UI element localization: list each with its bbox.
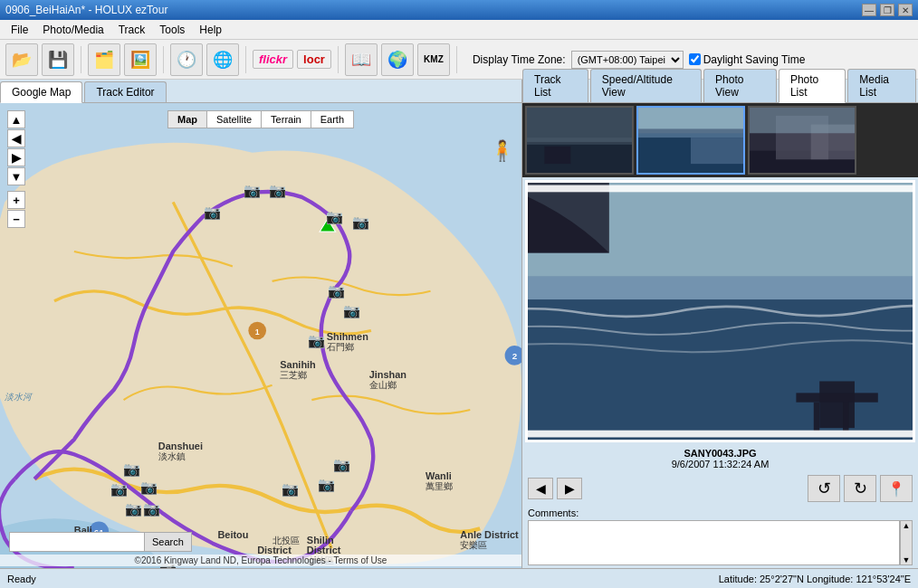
flickr-btn[interactable]: flickr (253, 50, 293, 69)
menu-help[interactable]: Help (192, 22, 229, 38)
timezone-select[interactable]: (GMT+08:00) Taipei (571, 51, 684, 69)
main-photo-inner (528, 183, 913, 440)
book-btn[interactable]: 📖 (345, 43, 378, 76)
statusbar: Ready Latitude: 25°2'27"N Longitude: 121… (0, 568, 918, 588)
photo-thumb-2[interactable] (636, 106, 745, 175)
photo-thumb-1[interactable] (525, 106, 634, 175)
menu-track[interactable]: Track (111, 22, 153, 38)
comments-input[interactable] (528, 520, 900, 565)
save-btn[interactable]: 💾 (42, 43, 74, 76)
svg-text:📷: 📷 (143, 500, 161, 517)
pin-btn[interactable]: 📍 (880, 475, 913, 502)
map-type-earth[interactable]: Earth (311, 110, 354, 128)
svg-text:2: 2 (512, 351, 518, 361)
svg-rect-83 (528, 299, 913, 440)
svg-rect-67 (527, 107, 632, 142)
svg-text:District: District (307, 545, 341, 555)
svg-text:📷: 📷 (326, 208, 344, 225)
toolbar-sep-5 (456, 46, 457, 73)
tab-speed-altitude[interactable]: Speed/Altitude View (590, 69, 702, 102)
zoom-down-btn[interactable]: ▼ (7, 167, 25, 185)
search-button[interactable]: Search (145, 532, 192, 552)
zoom-right-btn[interactable]: ▶ (7, 148, 25, 166)
map-type-map[interactable]: Map (167, 110, 206, 128)
globe-btn[interactable]: 🌐 (206, 43, 239, 76)
comments-area: Comments: ▲ ▼ (522, 505, 918, 568)
locr-btn[interactable]: locr (297, 50, 331, 69)
minimize-btn[interactable]: — (862, 4, 876, 16)
maximize-btn[interactable]: ❐ (880, 4, 894, 16)
menubar: File Photo/Media Track Tools Help (0, 20, 918, 40)
svg-text:金山鄉: 金山鄉 (369, 380, 397, 390)
search-bar: Search (9, 532, 192, 552)
tab-google-map[interactable]: Google Map (0, 81, 82, 103)
svg-text:淡水河: 淡水河 (5, 392, 33, 402)
right-panel: Track List Speed/Altitude View Photo Vie… (522, 80, 918, 568)
svg-text:1: 1 (255, 327, 260, 337)
svg-text:📷: 📷 (110, 480, 129, 498)
photo-strip (522, 103, 918, 177)
map-type-buttons: Map Satellite Terrain Earth (167, 110, 354, 128)
left-panel: Google Map Track Editor Map Satellite Te… (0, 80, 522, 568)
menu-photo-media[interactable]: Photo/Media (35, 22, 110, 38)
svg-text:📷: 📷 (269, 182, 287, 199)
map-type-terrain[interactable]: Terrain (261, 110, 311, 128)
svg-text:萬里鄉: 萬里鄉 (426, 481, 453, 491)
tab-track-list[interactable]: Track List (522, 69, 588, 102)
clock-btn[interactable]: 🕐 (170, 43, 203, 76)
photo-datetime: 9/6/2007 11:32:24 AM (528, 459, 913, 469)
svg-text:📷: 📷 (353, 213, 371, 231)
toolbar-sep-2 (163, 46, 164, 73)
svg-rect-85 (819, 381, 855, 428)
image-btn[interactable]: 🖼️ (124, 43, 157, 76)
zoom-out-btn[interactable]: − (7, 210, 25, 228)
svg-rect-86 (796, 393, 877, 402)
tab-photo-list[interactable]: Photo List (779, 69, 846, 103)
map-attribution: ©2016 Kingway Land ND, Europa Technologi… (0, 555, 521, 566)
svg-text:📷: 📷 (343, 302, 361, 319)
map-type-satellite[interactable]: Satellite (206, 110, 261, 128)
tab-media-list[interactable]: Media List (847, 69, 916, 102)
right-tab-bar: Track List Speed/Altitude View Photo Vie… (522, 80, 918, 103)
svg-text:Sanihih: Sanihih (280, 359, 315, 370)
left-tab-bar: Google Map Track Editor (0, 80, 521, 103)
zoom-in-btn[interactable]: + (7, 191, 25, 209)
dst-checkbox[interactable] (689, 53, 701, 65)
menu-file[interactable]: File (4, 22, 35, 38)
timezone-area: Display Time Zone: (GMT+08:00) Taipei Da… (473, 51, 805, 69)
svg-rect-79 (750, 107, 855, 133)
zoom-left-btn[interactable]: ◀ (7, 129, 25, 147)
close-btn[interactable]: ✕ (898, 4, 913, 16)
photo-thumb-3[interactable] (748, 106, 856, 175)
titlebar-controls[interactable]: — ❐ ✕ (862, 4, 913, 16)
open-btn[interactable]: 📂 (5, 43, 38, 76)
earth-btn[interactable]: 🌍 (381, 43, 414, 76)
status-left: Ready (7, 574, 36, 584)
svg-text:📷: 📷 (123, 460, 141, 478)
comments-scrollbar[interactable]: ▲ ▼ (900, 520, 913, 565)
menu-tools[interactable]: Tools (152, 22, 192, 38)
rotate-right-btn[interactable]: ↻ (844, 475, 876, 502)
svg-text:📷: 📷 (333, 456, 351, 473)
map-container: Map Satellite Terrain Earth ▲ ◀ ▶ ▼ + − … (0, 103, 521, 568)
photo-filename: SANY0043.JPG (528, 448, 913, 459)
dst-checkbox-area: Daylight Saving Time (689, 53, 806, 66)
play-photo-btn[interactable]: ▶ (557, 478, 582, 499)
svg-text:Beitou: Beitou (217, 529, 248, 540)
tab-track-editor[interactable]: Track Editor (84, 81, 166, 102)
svg-text:Anle District: Anle District (460, 529, 519, 540)
svg-text:三芝鄉: 三芝鄉 (280, 370, 307, 380)
kmz-btn[interactable]: KMZ (417, 43, 450, 76)
svg-text:安樂區: 安樂區 (460, 540, 487, 550)
tab-photo-view[interactable]: Photo View (703, 69, 777, 102)
svg-rect-69 (544, 147, 570, 164)
prev-photo-btn[interactable]: ◀ (528, 478, 553, 499)
zoom-up-btn[interactable]: ▲ (7, 110, 25, 128)
search-input[interactable] (9, 532, 145, 552)
svg-text:石門鄉: 石門鄉 (327, 342, 354, 352)
svg-text:Wanli: Wanli (426, 470, 452, 481)
pegman-icon[interactable]: 🧍 (490, 139, 514, 163)
toolbar-sep-4 (338, 46, 339, 73)
rotate-left-btn[interactable]: ↺ (808, 475, 840, 502)
folder-btn[interactable]: 🗂️ (88, 43, 120, 76)
